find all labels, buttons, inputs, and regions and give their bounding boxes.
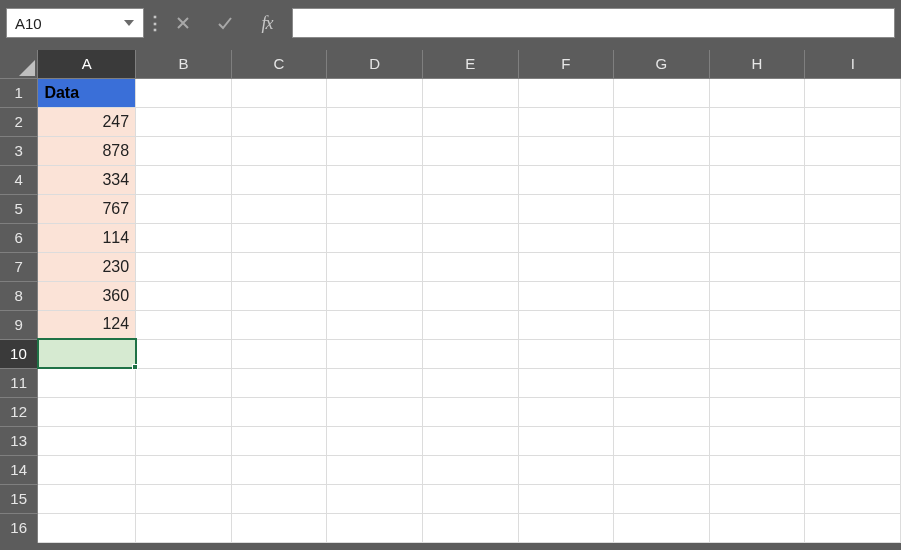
cell-I4[interactable] bbox=[805, 165, 901, 194]
cell-C15[interactable] bbox=[231, 484, 327, 513]
cell-F6[interactable] bbox=[518, 223, 614, 252]
cell-A10[interactable] bbox=[38, 339, 136, 368]
cell-I13[interactable] bbox=[805, 426, 901, 455]
cell-C2[interactable] bbox=[231, 107, 327, 136]
cell-F1[interactable] bbox=[518, 78, 614, 107]
cell-F13[interactable] bbox=[518, 426, 614, 455]
cell-C3[interactable] bbox=[231, 136, 327, 165]
row-header-13[interactable]: 13 bbox=[0, 426, 38, 455]
row-header-7[interactable]: 7 bbox=[0, 252, 38, 281]
cell-E13[interactable] bbox=[422, 426, 518, 455]
cell-C4[interactable] bbox=[231, 165, 327, 194]
cell-G4[interactable] bbox=[614, 165, 710, 194]
cell-G8[interactable] bbox=[614, 281, 710, 310]
cell-G10[interactable] bbox=[614, 339, 710, 368]
cell-A8[interactable]: 360 bbox=[38, 281, 136, 310]
fill-handle[interactable] bbox=[132, 364, 138, 370]
column-header-B[interactable]: B bbox=[136, 50, 232, 78]
cell-F11[interactable] bbox=[518, 368, 614, 397]
row-header-14[interactable]: 14 bbox=[0, 455, 38, 484]
insert-function-button[interactable]: fx bbox=[250, 8, 284, 38]
cell-H10[interactable] bbox=[709, 339, 805, 368]
row-header-15[interactable]: 15 bbox=[0, 484, 38, 513]
cell-E11[interactable] bbox=[422, 368, 518, 397]
row-header-3[interactable]: 3 bbox=[0, 136, 38, 165]
cell-I14[interactable] bbox=[805, 455, 901, 484]
cell-G14[interactable] bbox=[614, 455, 710, 484]
cell-G12[interactable] bbox=[614, 397, 710, 426]
cell-H16[interactable] bbox=[709, 513, 805, 542]
cell-A15[interactable] bbox=[38, 484, 136, 513]
cell-H13[interactable] bbox=[709, 426, 805, 455]
cell-D9[interactable] bbox=[327, 310, 423, 339]
cell-A4[interactable]: 334 bbox=[38, 165, 136, 194]
cell-E8[interactable] bbox=[422, 281, 518, 310]
cell-D4[interactable] bbox=[327, 165, 423, 194]
cell-A12[interactable] bbox=[38, 397, 136, 426]
cell-D7[interactable] bbox=[327, 252, 423, 281]
cell-F2[interactable] bbox=[518, 107, 614, 136]
cell-C11[interactable] bbox=[231, 368, 327, 397]
cell-H2[interactable] bbox=[709, 107, 805, 136]
cell-H7[interactable] bbox=[709, 252, 805, 281]
cell-E5[interactable] bbox=[422, 194, 518, 223]
cell-E6[interactable] bbox=[422, 223, 518, 252]
cell-G5[interactable] bbox=[614, 194, 710, 223]
cell-A14[interactable] bbox=[38, 455, 136, 484]
cell-E9[interactable] bbox=[422, 310, 518, 339]
cell-E7[interactable] bbox=[422, 252, 518, 281]
cell-I8[interactable] bbox=[805, 281, 901, 310]
row-header-8[interactable]: 8 bbox=[0, 281, 38, 310]
cell-E12[interactable] bbox=[422, 397, 518, 426]
cell-C5[interactable] bbox=[231, 194, 327, 223]
cell-A16[interactable] bbox=[38, 513, 136, 542]
cell-E1[interactable] bbox=[422, 78, 518, 107]
cell-G15[interactable] bbox=[614, 484, 710, 513]
cell-H3[interactable] bbox=[709, 136, 805, 165]
row-header-11[interactable]: 11 bbox=[0, 368, 38, 397]
column-header-D[interactable]: D bbox=[327, 50, 423, 78]
row-header-2[interactable]: 2 bbox=[0, 107, 38, 136]
cell-E4[interactable] bbox=[422, 165, 518, 194]
row-header-5[interactable]: 5 bbox=[0, 194, 38, 223]
cell-G13[interactable] bbox=[614, 426, 710, 455]
cell-F5[interactable] bbox=[518, 194, 614, 223]
cell-D13[interactable] bbox=[327, 426, 423, 455]
cell-G9[interactable] bbox=[614, 310, 710, 339]
cell-B3[interactable] bbox=[136, 136, 232, 165]
cell-H1[interactable] bbox=[709, 78, 805, 107]
cell-F10[interactable] bbox=[518, 339, 614, 368]
name-box[interactable]: A10 bbox=[6, 8, 144, 38]
cell-I15[interactable] bbox=[805, 484, 901, 513]
cell-F16[interactable] bbox=[518, 513, 614, 542]
cell-D12[interactable] bbox=[327, 397, 423, 426]
cell-D6[interactable] bbox=[327, 223, 423, 252]
cell-C7[interactable] bbox=[231, 252, 327, 281]
cell-H6[interactable] bbox=[709, 223, 805, 252]
cell-F3[interactable] bbox=[518, 136, 614, 165]
cell-D15[interactable] bbox=[327, 484, 423, 513]
cell-B2[interactable] bbox=[136, 107, 232, 136]
cell-D3[interactable] bbox=[327, 136, 423, 165]
cell-C1[interactable] bbox=[231, 78, 327, 107]
column-header-H[interactable]: H bbox=[709, 50, 805, 78]
cell-B9[interactable] bbox=[136, 310, 232, 339]
cell-C16[interactable] bbox=[231, 513, 327, 542]
cell-A2[interactable]: 247 bbox=[38, 107, 136, 136]
cell-F7[interactable] bbox=[518, 252, 614, 281]
row-header-4[interactable]: 4 bbox=[0, 165, 38, 194]
cell-G16[interactable] bbox=[614, 513, 710, 542]
cell-E3[interactable] bbox=[422, 136, 518, 165]
cell-E16[interactable] bbox=[422, 513, 518, 542]
cell-B7[interactable] bbox=[136, 252, 232, 281]
cell-A3[interactable]: 878 bbox=[38, 136, 136, 165]
column-header-I[interactable]: I bbox=[805, 50, 901, 78]
column-header-C[interactable]: C bbox=[231, 50, 327, 78]
cell-G1[interactable] bbox=[614, 78, 710, 107]
cell-D1[interactable] bbox=[327, 78, 423, 107]
cell-B10[interactable] bbox=[136, 339, 232, 368]
cell-B4[interactable] bbox=[136, 165, 232, 194]
cell-I10[interactable] bbox=[805, 339, 901, 368]
cell-G3[interactable] bbox=[614, 136, 710, 165]
cell-B1[interactable] bbox=[136, 78, 232, 107]
